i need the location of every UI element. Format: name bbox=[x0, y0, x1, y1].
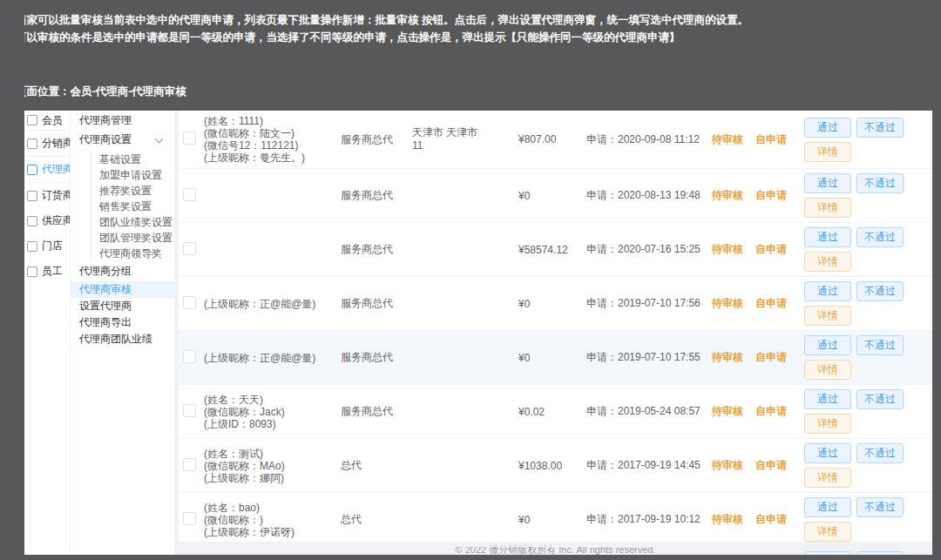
status-badge: 待审核 bbox=[712, 404, 755, 419]
reject-button[interactable]: 不通过 bbox=[856, 389, 904, 409]
amount: ¥0 bbox=[518, 190, 586, 202]
annotation-overlay-left bbox=[0, 0, 24, 560]
approve-button[interactable]: 通过 bbox=[804, 443, 851, 463]
table-row: (姓名：测试)(微信昵称：MAo)(上级昵称：娜阿) 总代 ¥1038.00 申… bbox=[179, 439, 932, 493]
row-actions: 通过 不通过 详情 bbox=[804, 227, 932, 272]
source-badge: 自申请 bbox=[755, 458, 804, 473]
apply-time: 申请：2019-07-10 17:55 bbox=[586, 350, 712, 365]
row-checkbox[interactable] bbox=[183, 188, 196, 201]
approve-button[interactable]: 通过 bbox=[804, 497, 851, 517]
main-content: (姓名：1111)(微信昵称：陆文一)(微信号12：112121)(上级昵称：曼… bbox=[174, 111, 932, 555]
page-location-label: 页面位置：会员-代理商-代理商审核 bbox=[16, 84, 186, 99]
submenu-item[interactable]: 代理商管理 bbox=[71, 112, 174, 129]
reject-button[interactable]: 不通过 bbox=[856, 335, 904, 355]
reject-button[interactable]: 不通过 bbox=[856, 443, 904, 463]
row-checkbox[interactable] bbox=[183, 242, 196, 255]
table-row: (上级昵称：正@能@量) 服务商总代 ¥0 申请：2019-07-10 17:5… bbox=[179, 277, 932, 331]
annotation-note: 商家可以批量审核当前表中选中的代理商申请，列表页最下批量操作新增：批量审核 按钮… bbox=[16, 11, 904, 46]
sidebar-item-label: 分销商 bbox=[42, 136, 73, 151]
audit-table-card: (姓名：1111)(微信昵称：陆文一)(微信号12：112121)(上级昵称：曼… bbox=[179, 111, 932, 542]
source-badge: 自申请 bbox=[755, 242, 804, 257]
annotation-overlay-top: 商家可以批量审核当前表中选中的代理商申请，列表页最下批量操作新增：批量审核 按钮… bbox=[0, 0, 941, 111]
submenu-item[interactable]: 设置代理商 bbox=[71, 298, 174, 314]
sidebar-item-label: 门店 bbox=[42, 239, 63, 253]
detail-button[interactable]: 详情 bbox=[804, 198, 851, 218]
applicant-info: (姓名：bao)(微信昵称：)(上级昵称：伊诺呀) bbox=[204, 502, 341, 538]
submenu-item[interactable]: 代理商设置 bbox=[71, 132, 174, 148]
apply-time: 申请：2020-08-13 19:48 bbox=[586, 188, 712, 203]
sidebar-item-agent[interactable]: 代理商 bbox=[24, 157, 70, 183]
sidebar-item-store[interactable]: 门店 bbox=[24, 233, 70, 259]
row-actions: 通过 不通过 详情 bbox=[804, 497, 932, 542]
submenu-child-item[interactable]: 团队业绩奖设置 bbox=[91, 214, 174, 230]
reject-button[interactable]: 不通过 bbox=[856, 281, 904, 301]
row-checkbox[interactable] bbox=[183, 132, 196, 145]
row-actions: 通过 不通过 详情 bbox=[804, 389, 932, 434]
apply-time: 申请：2017-09-19 10:12 bbox=[586, 512, 712, 527]
submenu-item[interactable]: 代理商分组 bbox=[71, 263, 174, 280]
submenu-item[interactable]: 代理商审核 bbox=[71, 281, 174, 298]
submenu-child-item[interactable]: 团队管理奖设置 bbox=[91, 230, 174, 246]
store-icon bbox=[27, 241, 37, 252]
detail-button[interactable]: 详情 bbox=[804, 522, 851, 542]
sidebar-item-orderer[interactable]: 订货商 bbox=[24, 183, 70, 208]
amount: ¥0.02 bbox=[518, 406, 586, 418]
apply-time: 申请：2019-05-24 08:57 bbox=[586, 404, 712, 419]
sidebar-item-supplier[interactable]: 供应商 bbox=[24, 208, 70, 233]
table-row: 服务商总代 ¥0 申请：2020-08-13 19:48 待审核 自申请 通过 … bbox=[179, 169, 932, 223]
detail-button[interactable]: 详情 bbox=[804, 306, 851, 326]
member-icon bbox=[27, 115, 37, 125]
reject-button[interactable]: 不通过 bbox=[856, 173, 904, 193]
submenu-child-item[interactable]: 加盟申请设置 bbox=[91, 167, 174, 183]
detail-button[interactable]: 详情 bbox=[804, 142, 851, 162]
source-badge: 自申请 bbox=[755, 188, 804, 203]
agent-level: 服务商总代 bbox=[341, 242, 412, 257]
submenu-child-item[interactable]: 推荐奖设置 bbox=[91, 183, 174, 199]
source-badge: 自申请 bbox=[755, 296, 804, 311]
approve-button[interactable]: 通过 bbox=[804, 173, 851, 193]
submenu-child-item[interactable]: 销售奖设置 bbox=[91, 199, 174, 214]
applicant-info: (姓名：天天)(微信昵称：Jack)(上级ID：8093) bbox=[204, 394, 341, 430]
row-checkbox[interactable] bbox=[183, 404, 196, 417]
annotation-note-line1: 商家可以批量审核当前表中选中的代理商申请，列表页最下批量操作新增：批量审核 按钮… bbox=[16, 11, 904, 29]
sidebar-item-distributor[interactable]: 分销商 bbox=[24, 131, 70, 157]
sidebar-item-label: 订货商 bbox=[42, 188, 73, 203]
submenu-child-item[interactable]: 基础设置 bbox=[91, 152, 174, 167]
detail-button[interactable]: 详情 bbox=[804, 468, 851, 488]
approve-button[interactable]: 通过 bbox=[804, 335, 851, 355]
row-actions: 通过 不通过 详情 bbox=[804, 281, 932, 326]
source-badge: 自申请 bbox=[755, 132, 804, 147]
sidebar-item-staff[interactable]: 员工 bbox=[24, 259, 70, 284]
row-actions: 通过 不通过 详情 bbox=[804, 443, 932, 488]
reject-button[interactable]: 不通过 bbox=[856, 118, 904, 138]
apply-time: 申请：2019-07-10 17:56 bbox=[586, 296, 712, 311]
detail-button[interactable]: 详情 bbox=[804, 414, 851, 434]
annotation-overlay-right bbox=[932, 0, 941, 560]
sidebar-item-member[interactable]: 会员 bbox=[24, 111, 70, 131]
submenu-child-item[interactable]: 代理商领导奖 bbox=[91, 246, 174, 261]
approve-button[interactable]: 通过 bbox=[804, 118, 851, 138]
annotation-note-line2: 可以审核的条件是选中的申请都是同一等级的申请，当选择了不同等级的申请，点击操作是… bbox=[16, 29, 904, 46]
apply-time: 申请：2020-09-08 11:12 bbox=[586, 132, 712, 147]
detail-button[interactable]: 详情 bbox=[804, 360, 851, 380]
source-badge: 自申请 bbox=[755, 512, 804, 527]
submenu-item[interactable]: 代理商团队业绩 bbox=[71, 331, 174, 347]
detail-button[interactable]: 详情 bbox=[804, 252, 851, 272]
approve-button[interactable]: 通过 bbox=[804, 389, 851, 409]
row-checkbox[interactable] bbox=[183, 350, 196, 363]
approve-button[interactable]: 通过 bbox=[804, 227, 851, 247]
row-checkbox[interactable] bbox=[183, 512, 196, 525]
approve-button[interactable]: 通过 bbox=[804, 281, 851, 301]
row-checkbox[interactable] bbox=[183, 458, 196, 471]
submenu-child-group: 基础设置 加盟申请设置 推荐奖设置 销售奖设置 团队业绩奖设置 团队管理奖设置 … bbox=[91, 152, 174, 261]
status-badge: 待审核 bbox=[712, 512, 755, 527]
amount: ¥0 bbox=[518, 298, 586, 310]
agent-level: 服务商总代 bbox=[341, 132, 412, 147]
reject-button[interactable]: 不通过 bbox=[856, 497, 904, 517]
reject-button[interactable]: 不通过 bbox=[856, 227, 904, 247]
distributor-icon bbox=[27, 138, 37, 149]
sidebar-item-label: 供应商 bbox=[42, 213, 73, 228]
sidebar-item-label: 代理商 bbox=[42, 162, 73, 177]
submenu-item[interactable]: 代理商导出 bbox=[71, 314, 174, 331]
row-checkbox[interactable] bbox=[183, 296, 196, 309]
